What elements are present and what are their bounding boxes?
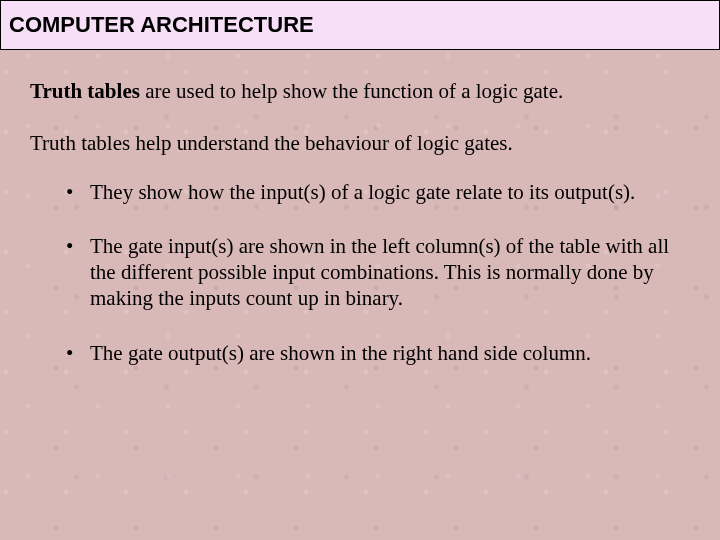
list-item: They show how the input(s) of a logic ga…	[66, 179, 690, 205]
bullet-list: They show how the input(s) of a logic ga…	[30, 179, 690, 366]
sub-paragraph: Truth tables help understand the behavio…	[30, 130, 690, 156]
slide-content: Truth tables are used to help show the f…	[0, 50, 720, 366]
intro-paragraph: Truth tables are used to help show the f…	[30, 78, 690, 104]
list-item: The gate input(s) are shown in the left …	[66, 233, 690, 312]
list-item: The gate output(s) are shown in the righ…	[66, 340, 690, 366]
title-bar: COMPUTER ARCHITECTURE	[0, 0, 720, 50]
intro-rest: are used to help show the function of a …	[145, 79, 563, 103]
intro-bold-term: Truth tables	[30, 79, 145, 103]
page-title: COMPUTER ARCHITECTURE	[9, 12, 314, 38]
